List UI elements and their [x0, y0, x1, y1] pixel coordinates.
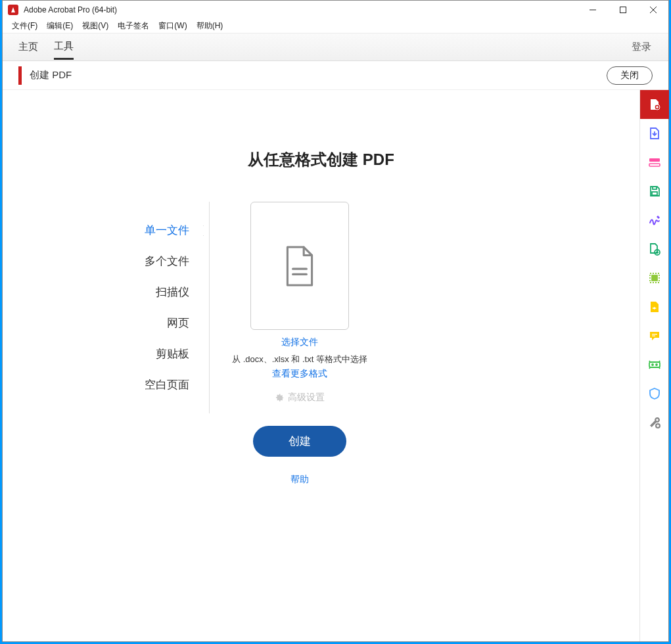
svg-rect-11 — [653, 187, 657, 189]
option-blank-page[interactable]: 空白页面 — [3, 369, 209, 400]
accent-bar — [18, 66, 22, 85]
menu-window[interactable]: 窗口(W) — [158, 20, 187, 32]
body: 从任意格式创建 PDF 单一文件 多个文件 扫描仪 网页 剪贴板 空白页面 — [3, 90, 668, 641]
app-window: Adobe Acrobat Pro (64-bit) 文件(F) 编辑(E) 视… — [2, 0, 669, 642]
menu-file[interactable]: 文件(F) — [12, 20, 37, 32]
svg-rect-12 — [652, 192, 657, 195]
side-save[interactable] — [640, 177, 669, 206]
gear-icon — [275, 393, 284, 402]
more-formats-link[interactable]: 查看更多格式 — [232, 368, 367, 380]
svg-rect-10 — [649, 164, 660, 166]
side-redact[interactable] — [640, 350, 669, 379]
document-icon — [283, 246, 316, 287]
close-tool-button[interactable]: 关闭 — [607, 66, 653, 85]
create-button[interactable]: 创建 — [253, 426, 346, 457]
window-controls — [578, 1, 668, 19]
menubar: 文件(F) 编辑(E) 视图(V) 电子签名 窗口(W) 帮助(H) — [3, 19, 668, 34]
side-combine[interactable] — [640, 235, 669, 264]
option-clipboard[interactable]: 剪贴板 — [3, 338, 209, 369]
tools-side-panel — [639, 90, 668, 641]
side-create-pdf[interactable] — [640, 90, 669, 119]
side-organize[interactable] — [640, 264, 669, 292]
main-panel: 从任意格式创建 PDF 单一文件 多个文件 扫描仪 网页 剪贴板 空白页面 — [3, 90, 639, 641]
tabbar: 主页 工具 登录 — [3, 34, 668, 61]
center-area: 选择文件 从 .docx、.xlsx 和 .txt 等格式中选择 查看更多格式 … — [210, 202, 639, 486]
option-label: 单一文件 — [145, 224, 189, 237]
menu-edit[interactable]: 编辑(E) — [47, 20, 73, 32]
close-window-button[interactable] — [638, 1, 668, 19]
menu-help[interactable]: 帮助(H) — [197, 20, 223, 32]
option-scanner[interactable]: 扫描仪 — [3, 277, 209, 308]
acrobat-app-icon — [8, 5, 18, 15]
svg-rect-17 — [652, 336, 655, 336]
advanced-settings[interactable]: 高级设置 — [232, 392, 367, 403]
side-share[interactable] — [640, 292, 669, 321]
signin-link[interactable]: 登录 — [632, 41, 651, 53]
maximize-button[interactable] — [608, 1, 638, 19]
menu-view[interactable]: 视图(V) — [82, 20, 108, 32]
window-title: Adobe Acrobat Pro (64-bit) — [24, 5, 117, 14]
select-file-link[interactable]: 选择文件 — [232, 336, 367, 348]
svg-rect-16 — [652, 334, 657, 334]
side-more-tools[interactable] — [640, 408, 669, 437]
side-sign[interactable] — [640, 206, 669, 235]
option-webpage[interactable]: 网页 — [3, 308, 209, 338]
side-protect[interactable] — [640, 379, 669, 408]
minimize-button[interactable] — [578, 1, 608, 19]
option-multiple-files[interactable]: 多个文件 — [3, 246, 209, 277]
tab-tools[interactable]: 工具 — [54, 35, 74, 60]
titlebar: Adobe Acrobat Pro (64-bit) — [3, 1, 668, 19]
svg-point-19 — [652, 364, 653, 365]
tab-home[interactable]: 主页 — [18, 35, 38, 58]
help-link[interactable]: 帮助 — [232, 474, 367, 486]
svg-point-20 — [656, 364, 657, 365]
svg-rect-9 — [649, 158, 660, 162]
side-comment[interactable] — [640, 321, 669, 350]
svg-rect-1 — [620, 7, 626, 13]
chevron-right-icon — [203, 225, 210, 236]
page-headline: 从任意格式创建 PDF — [3, 149, 639, 170]
menu-esign[interactable]: 电子签名 — [118, 20, 149, 32]
svg-rect-18 — [649, 362, 660, 367]
file-dropzone[interactable] — [250, 202, 349, 330]
tool-name: 创建 PDF — [30, 69, 72, 81]
side-export-pdf[interactable] — [640, 119, 669, 148]
side-edit-pdf[interactable] — [640, 148, 669, 177]
advanced-label: 高级设置 — [288, 392, 325, 403]
formats-hint: 从 .docx、.xlsx 和 .txt 等格式中选择 — [232, 354, 367, 365]
tool-header: 创建 PDF 关闭 — [3, 61, 668, 90]
source-options: 单一文件 多个文件 扫描仪 网页 剪贴板 空白页面 — [3, 202, 210, 413]
svg-rect-15 — [652, 275, 657, 281]
option-single-file[interactable]: 单一文件 — [3, 215, 209, 246]
